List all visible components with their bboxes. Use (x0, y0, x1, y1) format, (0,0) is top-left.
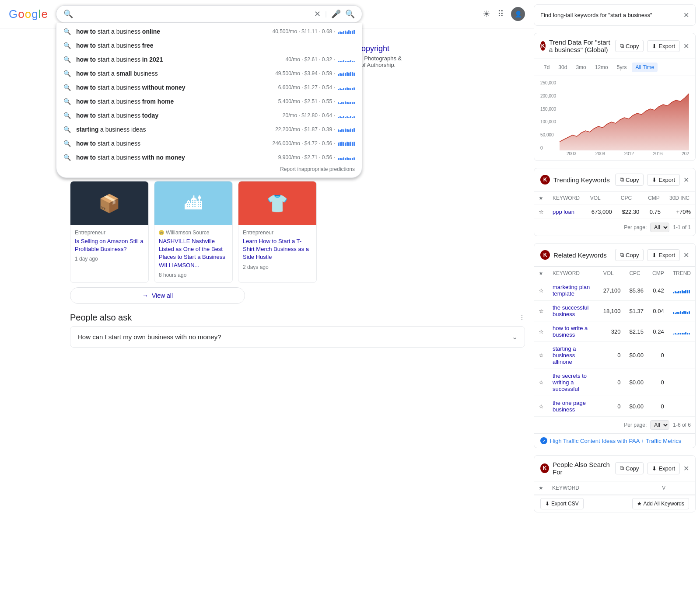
pas-copy-button[interactable]: ⧉ Copy (615, 462, 644, 474)
story-card-tshirt[interactable]: 👕 Entrepreneur Learn How to Start a T-Sh… (238, 181, 317, 283)
keyword-link-r2[interactable]: the successful business (553, 304, 588, 317)
apps-grid-icon[interactable]: ⠿ (497, 9, 504, 19)
row-vol-r4: 0 (599, 342, 625, 369)
story-card-nashville[interactable]: 🏙 W Williamson Source NASHVILLE Nashvill… (154, 181, 233, 283)
th-keyword-r: KEYWORD (548, 267, 599, 280)
row-star[interactable]: ☆ (534, 205, 548, 219)
trending-kw-title-row: K Trending Keywords (540, 175, 610, 185)
trend-tab-3mo[interactable]: 3mo (572, 63, 589, 72)
related-kw-export-label: Export (658, 252, 675, 258)
autocomplete-text: how to start a business free (76, 42, 355, 49)
row-star-r1[interactable]: ☆ (534, 280, 548, 301)
paa-more-icon[interactable]: ⋮ (519, 314, 525, 321)
trend-card-actions: ⧉ Copy ⬇ Export ✕ (615, 40, 689, 52)
y-label-250k: 250,000 (540, 80, 556, 85)
row-keyword-r5: the secrets to writing a successful (548, 369, 599, 396)
theme-toggle-icon[interactable]: ☀ (483, 9, 490, 19)
autocomplete-item[interactable]: 🔍 how to start a business online 40,500/… (56, 24, 362, 38)
trend-tab-7d[interactable]: 7d (540, 63, 553, 72)
search-input[interactable]: start a business (77, 10, 310, 18)
related-kw-title: Related Keywords (553, 251, 607, 259)
trending-kw-copy-button[interactable]: ⧉ Copy (615, 174, 644, 186)
trending-kw-close-button[interactable]: ✕ (683, 176, 689, 184)
row-star-r6[interactable]: ☆ (534, 396, 548, 417)
keyword-link-r4[interactable]: starting a business allinone (553, 345, 576, 365)
view-all-arrow: → (142, 292, 148, 299)
per-page-select-related[interactable]: All (650, 420, 669, 430)
report-link[interactable]: Report inappropriate predictions (56, 164, 362, 174)
keyword-link-r1[interactable]: marketing plan template (553, 284, 590, 297)
row-trend-r4 (668, 342, 695, 369)
pagination-trending: 1-1 of 1 (673, 224, 691, 230)
row-inc: +70% (665, 205, 695, 219)
keyword-link[interactable]: ppp loan (553, 209, 574, 215)
related-kw-close-button[interactable]: ✕ (683, 251, 689, 259)
keyword-link-r5[interactable]: the secrets to writing a successful (553, 373, 587, 392)
user-avatar[interactable]: 👤 (511, 7, 525, 21)
add-all-keywords-button[interactable]: ★ Add All Keywords (632, 498, 689, 509)
paa-item-1[interactable]: How can I start my own business with no … (70, 326, 525, 348)
row-keyword-r2: the successful business (548, 301, 599, 321)
logo-letter-e: e (41, 7, 47, 21)
stories-grid: 📦 Entrepreneur Is Selling on Amazon Stil… (70, 181, 525, 283)
per-page-label-related: Per page: (624, 422, 647, 428)
pas-export-button[interactable]: ⬇ Export (647, 463, 680, 474)
clear-button[interactable]: ✕ (314, 9, 321, 19)
per-page-select-trending[interactable]: All (650, 223, 669, 232)
autocomplete-item[interactable]: 🔍 how to start a business in 2021 40/mo … (56, 52, 362, 66)
th-keyword-pas: KEYWORD (548, 481, 658, 495)
story-content-tshirt: Entrepreneur Learn How to Start a T-Shir… (238, 225, 316, 275)
th-star-r: ★ (534, 267, 548, 280)
story-card-amazon[interactable]: 📦 Entrepreneur Is Selling on Amazon Stil… (70, 181, 149, 283)
row-star-r3[interactable]: ☆ (534, 321, 548, 342)
trending-kw-export-label: Export (658, 177, 675, 183)
row-star-r2[interactable]: ☆ (534, 301, 548, 321)
th-star-pas: ★ (534, 481, 548, 495)
row-vol-r3: 320 (599, 321, 625, 342)
trend-export-button[interactable]: ⬇ Export (647, 40, 680, 52)
copy-icon-pas: ⧉ (620, 465, 624, 472)
keyword-link-r3[interactable]: how to write a business (553, 325, 588, 338)
trend-close-button[interactable]: ✕ (683, 42, 689, 50)
pas-title-row: K People Also Search For (540, 461, 615, 476)
logo-letter-g2: g (32, 7, 37, 21)
export-csv-button[interactable]: ⬇ Export CSV (540, 498, 584, 509)
autocomplete-item[interactable]: 🔍 how to start a business today 20/mo · … (56, 108, 362, 122)
autocomplete-item[interactable]: 🔍 how to start a business from home 5,40… (56, 94, 362, 108)
row-star-r4[interactable]: ☆ (534, 342, 548, 369)
keyword-link-r6[interactable]: the one page business (553, 400, 586, 413)
trending-kw-export-button[interactable]: ⬇ Export (647, 174, 680, 186)
row-star-r5[interactable]: ☆ (534, 369, 548, 396)
view-all-button[interactable]: → View all (70, 287, 245, 304)
search-button[interactable]: 🔍 (345, 9, 355, 19)
trend-tab-5yrs[interactable]: 5yrs (613, 63, 630, 72)
trend-tab-12mo[interactable]: 12mo (592, 63, 612, 72)
paa-header: People also ask ⋮ (70, 313, 525, 323)
related-kw-copy-button[interactable]: ⧉ Copy (615, 249, 644, 261)
autocomplete-item[interactable]: 🔍 how to start a business with no money … (56, 150, 362, 164)
autocomplete-dropdown: 🔍 how to start a business online 40,500/… (56, 23, 362, 178)
longtail-close-button[interactable]: ✕ (683, 11, 689, 19)
autocomplete-item[interactable]: 🔍 starting a business ideas 22,200/mo · … (56, 122, 362, 136)
mic-icon[interactable]: 🎤 (331, 9, 341, 19)
k-badge-trending: K (540, 175, 550, 185)
trend-tab-alltime[interactable]: All Time (632, 63, 658, 72)
y-label-150k: 150,000 (540, 107, 556, 111)
pas-close-button[interactable]: ✕ (683, 464, 689, 473)
related-kw-export-button[interactable]: ⬇ Export (647, 249, 680, 261)
view-all-label: View all (152, 292, 173, 299)
trend-tab-30d[interactable]: 30d (555, 63, 570, 72)
story-img-tshirt: 👕 (238, 181, 316, 225)
trend-copy-button[interactable]: ⧉ Copy (615, 40, 644, 52)
trending-kw-actions: ⧉ Copy ⬇ Export ✕ (615, 174, 689, 186)
autocomplete-text: how to start a business in 2021 (76, 56, 280, 63)
trending-kw-copy-label: Copy (626, 177, 639, 183)
autocomplete-item[interactable]: 🔍 how to start a business without money … (56, 80, 362, 94)
autocomplete-item[interactable]: 🔍 how to start a business free (56, 38, 362, 52)
x-label-2003: 2003 (567, 151, 576, 156)
pagination-related: 1-6 of 6 (673, 422, 691, 428)
autocomplete-meta: 22,200/mo · $1.87 · 0.39 · (275, 126, 355, 132)
autocomplete-item[interactable]: 🔍 how to start a business 246,000/mo · $… (56, 136, 362, 150)
autocomplete-item[interactable]: 🔍 how to start a small business 49,500/m… (56, 66, 362, 80)
high-traffic-link[interactable]: ↗ High Traffic Content Ideas with PAA + … (534, 433, 695, 448)
